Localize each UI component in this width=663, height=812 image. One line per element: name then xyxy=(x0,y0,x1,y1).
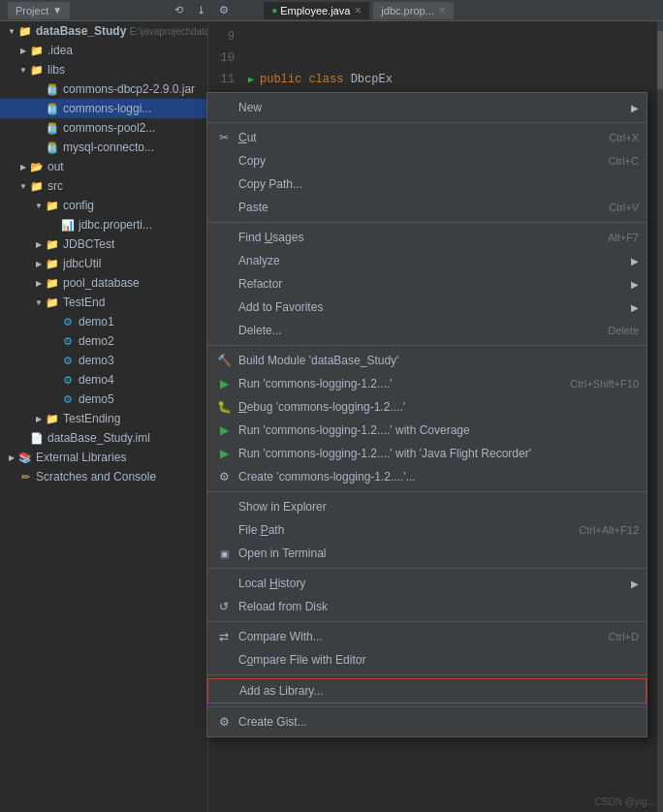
menu-item-debug[interactable]: 🐛 Debug 'commons-logging-1.2....' xyxy=(207,395,647,419)
menu-item-paste[interactable]: Paste Ctrl+V xyxy=(207,196,647,219)
play-icon-11[interactable]: ▶ xyxy=(248,74,254,85)
tree-item-commons-pool2[interactable]: 🫙 commons-pool2... xyxy=(0,118,207,138)
tree-item-demo3[interactable]: ⚙ demo3 xyxy=(0,351,207,370)
menu-item-run-jfr[interactable]: ▶ Run 'commons-logging-1.2....' with 'Ja… xyxy=(207,442,647,465)
find-usages-icon xyxy=(215,229,233,246)
arrow-demo5 xyxy=(48,393,60,405)
show-explorer-icon xyxy=(215,498,233,515)
menu-item-cut[interactable]: ✂ Cut Ctrl+X xyxy=(207,126,647,149)
tree-item-pool-database[interactable]: ▶ 📁 pool_database xyxy=(0,273,207,293)
header-icon-3[interactable]: ⚙ xyxy=(213,2,235,18)
run-coverage-icon: ▶ xyxy=(215,422,233,439)
properties-icon: 📊 xyxy=(60,217,76,233)
tree-item-src[interactable]: ▼ 📁 src xyxy=(0,176,207,196)
menu-item-run-coverage[interactable]: ▶ Run 'commons-logging-1.2....' with Cov… xyxy=(207,419,647,442)
menu-item-find-usages[interactable]: Find Usages Alt+F7 xyxy=(207,226,647,249)
menu-item-local-history[interactable]: Local History ▶ xyxy=(207,572,647,595)
cut-shortcut: Ctrl+X xyxy=(609,132,639,143)
menu-item-file-path[interactable]: File Path Ctrl+Alt+F12 xyxy=(207,518,647,542)
menu-item-analyze[interactable]: Analyze ▶ xyxy=(207,249,647,272)
menu-item-compare-editor[interactable]: Compare File with Editor xyxy=(207,648,647,671)
menu-item-new[interactable]: New ▶ xyxy=(207,96,647,119)
tree-item-libs[interactable]: ▼ 📁 libs xyxy=(0,60,207,79)
demo-icon-5: ⚙ xyxy=(60,391,76,407)
menu-item-copy[interactable]: Copy Ctrl+C xyxy=(207,149,647,172)
tab-project[interactable]: Project ▼ xyxy=(8,2,70,19)
tree-item-demo5[interactable]: ⚙ demo5 xyxy=(0,390,207,409)
tree-item-testending[interactable]: ▶ 📁 TestEnding xyxy=(0,409,207,428)
tree-item-database-study-iml[interactable]: 📄 dataBase_Study.iml xyxy=(0,428,207,448)
tree-item-mysql-connector[interactable]: 🫙 mysql-connecto... xyxy=(0,138,207,157)
scroll-thumb xyxy=(657,31,663,89)
folder-icon-config: 📁 xyxy=(45,198,60,213)
menu-item-show-explorer[interactable]: Show in Explorer xyxy=(207,495,647,518)
new-icon xyxy=(215,99,233,116)
tree-item-external-libraries[interactable]: ▶ 📚 External Libraries xyxy=(0,448,207,467)
code-11: public class DbcpEx xyxy=(260,73,393,86)
menu-item-add-library[interactable]: Add as Library... xyxy=(207,678,647,703)
file-path-label: File Path xyxy=(238,523,559,537)
compare-with-shortcut: Ctrl+D xyxy=(609,631,639,642)
label-out: out xyxy=(47,160,64,173)
tree-item-database-study[interactable]: ▼ 📁 dataBase_Study E:\javaproject\dataBa… xyxy=(0,21,207,41)
menu-item-build-module[interactable]: 🔨 Build Module 'dataBase_Study' xyxy=(207,349,647,372)
create-gist-icon: ⚙ xyxy=(215,713,233,731)
menu-item-run[interactable]: ▶ Run 'commons-logging-1.2....' Ctrl+Shi… xyxy=(207,372,647,395)
arrow-iml xyxy=(17,432,29,444)
demo-icon-2: ⚙ xyxy=(60,333,76,349)
editor-line-11: 11 ▶ public class DbcpEx xyxy=(208,69,663,90)
menu-item-compare-with[interactable]: ⇄ Compare With... Ctrl+D xyxy=(207,625,647,648)
label-demo4: demo4 xyxy=(79,373,114,387)
tree-item-jdbc-properties[interactable]: 📊 jdbc.properti... xyxy=(0,215,207,234)
label-commons-logging: commons-loggi... xyxy=(63,102,151,115)
menu-item-copy-path[interactable]: Copy Path... xyxy=(207,172,647,196)
menu-item-refactor[interactable]: Refactor ▶ xyxy=(207,272,647,296)
menu-item-add-favorites[interactable]: Add to Favorites ▶ xyxy=(207,296,647,319)
add-library-label: Add as Library... xyxy=(239,684,638,698)
scroll-indicator[interactable] xyxy=(657,21,663,812)
label-scratches: Scratches and Console xyxy=(36,470,156,484)
header-icon-1[interactable]: ⟲ xyxy=(169,2,189,18)
tree-item-testend[interactable]: ▼ 📁 TestEnd xyxy=(0,293,207,312)
folder-icon-testending: 📁 xyxy=(45,411,60,426)
tree-item-jdbcutil[interactable]: ▶ 📁 jdbcUtil xyxy=(0,254,207,273)
arrow-jdbc-properties xyxy=(48,219,60,231)
build-module-label: Build Module 'dataBase_Study' xyxy=(238,354,639,367)
tree-item-commons-dbcp2[interactable]: 🫙 commons-dbcp2-2.9.0.jar xyxy=(0,79,207,99)
menu-item-reload-disk[interactable]: ↺ Reload from Disk xyxy=(207,595,647,618)
jar-icon-commons-logging: 🫙 xyxy=(45,101,60,116)
open-terminal-label: Open in Terminal xyxy=(238,547,639,560)
menu-item-create[interactable]: ⚙ Create 'commons-logging-1.2....'... xyxy=(207,465,647,488)
menu-item-open-terminal[interactable]: ▣ Open in Terminal xyxy=(207,542,647,565)
open-terminal-icon: ▣ xyxy=(215,545,233,562)
menu-item-delete[interactable]: Delete... Delete xyxy=(207,319,647,342)
arrow-testend: ▼ xyxy=(33,297,45,308)
tree-item-commons-logging[interactable]: 🫙 commons-loggi... xyxy=(0,99,207,118)
tree-item-scratches[interactable]: ✏ Scratches and Console xyxy=(0,467,207,486)
label-src: src xyxy=(47,179,63,193)
menu-item-create-gist[interactable]: ⚙ Create Gist... xyxy=(207,710,647,734)
tree-item-out[interactable]: ▶ 📂 out xyxy=(0,157,207,176)
project-label: Project xyxy=(16,5,48,16)
tree-item-demo2[interactable]: ⚙ demo2 xyxy=(0,331,207,351)
tree-item-jdbctest[interactable]: ▶ 📁 JDBCTest xyxy=(0,234,207,254)
run-icon: ▶ xyxy=(215,375,233,392)
paste-shortcut: Ctrl+V xyxy=(609,202,639,213)
tree-item-idea[interactable]: ▶ 📁 .idea xyxy=(0,41,207,60)
tree-item-demo1[interactable]: ⚙ demo1 xyxy=(0,312,207,331)
separator-1 xyxy=(207,122,647,123)
label-demo5: demo5 xyxy=(79,392,114,406)
tree-item-demo4[interactable]: ⚙ demo4 xyxy=(0,370,207,390)
folder-icon-database-study: 📁 xyxy=(17,23,33,39)
arrow-pool-database: ▶ xyxy=(33,277,45,289)
run-shortcut: Ctrl+Shift+F10 xyxy=(570,378,639,390)
tree-item-config[interactable]: ▼ 📁 config xyxy=(0,196,207,215)
tab-employee-java[interactable]: ● Employee.java ✕ xyxy=(264,2,369,19)
arrow-demo3 xyxy=(48,355,60,366)
jdbc-prop-tab-label: jdbc.prop... xyxy=(381,5,433,16)
tab-jdbc-prop[interactable]: jdbc.prop... ✕ xyxy=(373,2,453,19)
demo-icon-1: ⚙ xyxy=(60,314,76,329)
header-icon-2[interactable]: ⤓ xyxy=(191,2,211,18)
new-arrow: ▶ xyxy=(631,103,639,113)
run-label: Run 'commons-logging-1.2....' xyxy=(238,377,551,390)
